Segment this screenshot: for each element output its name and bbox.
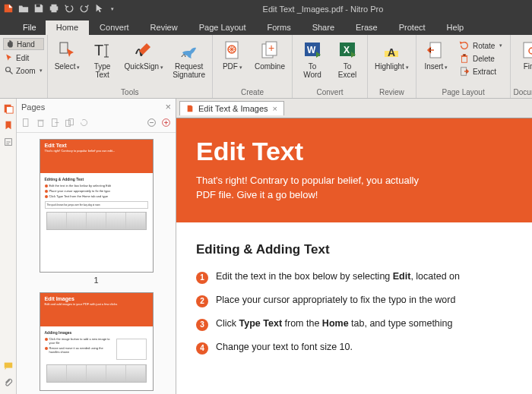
insert-button[interactable]: Insert▾	[421, 38, 451, 72]
tab-review[interactable]: Review	[140, 20, 188, 35]
open-icon[interactable]	[18, 3, 29, 15]
svg-point-4	[6, 68, 11, 72]
request-signature-button[interactable]: Request Signature	[170, 38, 207, 80]
list-item: 2Place your cursor appropriately to fix …	[196, 295, 512, 307]
pdf-button[interactable]: PDF▾	[217, 38, 248, 72]
tab-erase[interactable]: Erase	[345, 20, 388, 35]
hand-tool[interactable]: Hand	[3, 38, 44, 50]
type-text-button[interactable]: TType Text	[87, 38, 118, 80]
redo-icon[interactable]	[79, 3, 90, 15]
tab-forms[interactable]: Forms	[256, 20, 301, 35]
find-button[interactable]: Find	[515, 38, 532, 72]
menu-tabs: File Home Convert Review Page Layout For…	[0, 18, 532, 35]
tab-page-layout[interactable]: Page Layout	[188, 20, 257, 35]
left-nav-strip	[0, 99, 17, 394]
ribbon: Hand Edit Zoom▾ Select▾ TType Text Quick…	[0, 35, 532, 99]
ribbon-group-review: AHighlight▾ Review	[368, 35, 416, 98]
highlight-button[interactable]: AHighlight▾	[372, 38, 411, 72]
quicksign-button[interactable]: QuickSign▾	[122, 38, 166, 72]
thumb-new-icon[interactable]	[21, 118, 31, 129]
group-label-tools: Tools	[48, 88, 212, 98]
cursor-icon[interactable]	[94, 3, 105, 15]
section-heading: Editing & Adding Text	[196, 242, 512, 257]
signatures-icon[interactable]	[3, 137, 14, 149]
thumb-extract-icon[interactable]	[50, 118, 60, 129]
save-icon[interactable]	[33, 3, 44, 15]
group-label-review: Review	[368, 88, 416, 98]
qat-dropdown-icon[interactable]: ▾	[111, 6, 114, 12]
page-thumbnail-1[interactable]: Edit TextThat's right! Contrary to popul…	[40, 139, 154, 273]
combine-button[interactable]: +Combine	[252, 38, 287, 72]
zoom-in-icon[interactable]	[161, 118, 171, 129]
bookmarks-icon[interactable]	[3, 120, 14, 132]
delete-button[interactable]: Delete	[458, 52, 504, 65]
list-item: 4Change your text to font size 10.	[196, 342, 512, 355]
pages-toolbar	[17, 115, 176, 133]
comments-icon[interactable]	[3, 361, 14, 373]
document-tab[interactable]: Edit Text & Images ×	[179, 101, 284, 115]
ribbon-view-tools: Hand Edit Zoom▾	[0, 35, 48, 98]
close-icon[interactable]: ×	[165, 101, 171, 112]
zoom-out-icon[interactable]	[147, 118, 157, 129]
svg-rect-26	[4, 363, 12, 368]
document-content: Editing & Adding Text 1Edit the text in …	[176, 222, 532, 385]
page-number-1: 1	[23, 276, 169, 285]
extract-button[interactable]: Extract	[458, 65, 504, 77]
svg-rect-2	[52, 5, 57, 8]
tab-close-icon[interactable]: ×	[273, 104, 277, 113]
page-thumbnail-2[interactable]: Edit ImagesEdit and add images in your P…	[40, 292, 154, 391]
chevron-down-icon: ▾	[40, 68, 43, 74]
steps-list: 1Edit the text in the box below by selec…	[196, 271, 512, 355]
svg-text:T: T	[94, 42, 103, 58]
print-icon[interactable]	[49, 3, 59, 15]
group-label-pagelayout: Page Layout	[416, 88, 510, 98]
thumb-rotate-icon[interactable]	[79, 118, 89, 129]
svg-rect-19	[461, 56, 467, 62]
undo-icon[interactable]	[64, 3, 74, 15]
document-area: Edit Text & Images × Edit Text That's ri…	[176, 99, 532, 394]
svg-rect-5	[60, 43, 68, 53]
main-area: Pages × Edit TextThat's right! Contrary …	[0, 99, 532, 394]
attachments-icon[interactable]	[3, 377, 14, 389]
hero-body: That's right! Contrary to popular belief…	[196, 174, 512, 203]
tab-share[interactable]: Share	[302, 20, 345, 35]
list-item: 3Click Type Text from the Home tab, and …	[196, 318, 512, 331]
file-menu[interactable]: File	[14, 20, 46, 35]
svg-rect-21	[524, 43, 532, 58]
quick-access-toolbar: ▾	[3, 3, 114, 15]
title-bar: ▾ Edit Text _Images.pdf - Nitro Pro	[0, 0, 532, 18]
svg-rect-24	[6, 106, 13, 113]
to-word-button[interactable]: WTo Word	[297, 38, 328, 80]
svg-rect-27	[23, 119, 28, 127]
thumbnails-container[interactable]: Edit TextThat's right! Contrary to popul…	[17, 133, 176, 394]
edit-tool[interactable]: Edit	[3, 52, 44, 63]
step-number-icon: 1	[196, 272, 208, 284]
svg-text:W: W	[307, 45, 316, 55]
tab-convert[interactable]: Convert	[89, 20, 140, 35]
svg-text:+: +	[268, 42, 274, 54]
pages-panel: Pages × Edit TextThat's right! Contrary …	[17, 99, 176, 394]
document-page[interactable]: Edit Text That's right! Contrary to popu…	[176, 118, 532, 394]
ribbon-group-create: PDF▾ +Combine Create	[213, 35, 293, 98]
tab-home[interactable]: Home	[46, 20, 89, 35]
svg-rect-3	[52, 10, 57, 13]
group-label-document: Document	[511, 88, 532, 98]
thumb-replace-icon[interactable]	[65, 118, 74, 129]
document-tabs: Edit Text & Images ×	[176, 99, 532, 118]
tab-protect[interactable]: Protect	[388, 20, 436, 35]
pages-panel-title: Pages	[21, 102, 45, 112]
svg-text:A: A	[388, 46, 395, 58]
select-button[interactable]: Select▾	[52, 38, 83, 72]
zoom-tool[interactable]: Zoom▾	[3, 65, 44, 76]
group-label-convert: Convert	[293, 88, 367, 98]
ribbon-group-convert: WTo Word XTo Excel Convert	[293, 35, 368, 98]
hero-banner: Edit Text That's right! Contrary to popu…	[176, 118, 532, 222]
window-title: Edit Text _Images.pdf - Nitro Pro	[117, 5, 529, 14]
to-excel-button[interactable]: XTo Excel	[332, 38, 363, 80]
pages-panel-icon[interactable]	[3, 103, 14, 115]
thumb-delete-icon[interactable]	[36, 118, 46, 129]
rotate-button[interactable]: Rotate▾	[458, 39, 504, 52]
step-number-icon: 3	[196, 319, 208, 331]
tab-help[interactable]: Help	[436, 20, 475, 35]
group-label-create: Create	[213, 88, 292, 98]
